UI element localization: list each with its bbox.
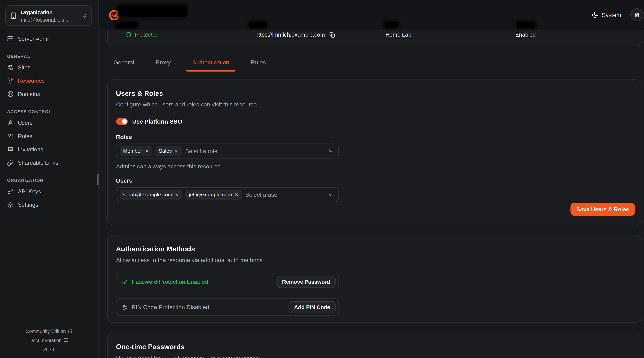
- tab-content: Users & Roles Configure which users and …: [107, 71, 642, 358]
- sidebar-item-label: Domains: [18, 91, 40, 97]
- sidebar-item-api-keys[interactable]: API Keys: [3, 185, 95, 198]
- sidebar-section-general: GENERAL: [7, 54, 91, 59]
- pin-status: PIN Code Protection Disabled: [122, 304, 209, 310]
- theme-label: System: [602, 12, 621, 18]
- user-chip: jeff@example.com: [186, 190, 242, 200]
- role-chip: Sales: [156, 146, 182, 156]
- admins-note: Admins can always access this resource.: [116, 163, 633, 170]
- globe-icon: [7, 91, 14, 97]
- sidebar-item-label: Sites: [18, 64, 30, 71]
- add-pin-code-button[interactable]: Add PIN Code: [289, 301, 336, 313]
- documentation-link[interactable]: Documentation: [0, 336, 98, 345]
- sidebar-item-users[interactable]: Users: [3, 117, 95, 129]
- sidebar-item-settings[interactable]: Settings: [3, 198, 95, 211]
- redacted-label-site: [384, 22, 398, 28]
- redacted-label-status: [116, 22, 138, 28]
- remove-chip-icon[interactable]: [175, 193, 179, 197]
- book-open-icon: [64, 338, 69, 343]
- password-status: Password Protection Enabled: [122, 278, 208, 285]
- redacted-label-url: [250, 22, 266, 28]
- user-icon: [7, 120, 14, 126]
- sidebar-section-organization: ORGANIZATION: [7, 178, 91, 183]
- platform-sso-toggle[interactable]: [116, 118, 128, 125]
- resource-enabled: Enabled: [515, 32, 536, 38]
- tab-general[interactable]: General: [107, 55, 140, 72]
- server-icon: [7, 35, 14, 42]
- protection-status: Protected: [126, 32, 159, 38]
- tab-authentication[interactable]: Authentication: [186, 55, 236, 72]
- resource-url: https://immich.example.com: [255, 32, 335, 38]
- card-subtitle: Allow access to the resource via additio…: [116, 257, 633, 263]
- roles-placeholder: Select a role: [185, 148, 325, 154]
- org-switcher-label: Organization: [21, 10, 52, 15]
- card-title: Authentication Methods: [116, 245, 633, 253]
- sidebar-item-shareable-links[interactable]: Shareable Links: [3, 156, 95, 169]
- roles-label: Roles: [116, 134, 633, 140]
- sidebar-nav: Server Admin GENERAL Sites: [0, 32, 98, 212]
- pin-protection-row: PIN Code Protection Disabled Add PIN Cod…: [116, 298, 339, 316]
- moon-icon: [592, 12, 598, 18]
- sidebar-item-invitations[interactable]: Invitations: [3, 143, 95, 156]
- sidebar-item-label: Users: [18, 120, 32, 126]
- users-select[interactable]: sarah@example.com jeff@example.com Selec…: [116, 187, 339, 202]
- theme-toggle[interactable]: System: [592, 12, 621, 18]
- resource-site: Home Lab: [386, 32, 412, 38]
- header-controls: System M: [592, 8, 643, 21]
- otp-card: One-time Passwords Require email-based a…: [107, 333, 642, 358]
- users-label: Users: [116, 177, 633, 184]
- sso-row: Use Platform SSO: [116, 118, 633, 125]
- chevron-down-icon: [328, 192, 334, 197]
- sidebar-item-roles[interactable]: Roles: [3, 130, 95, 142]
- sidebar-item-resources[interactable]: Resources: [3, 75, 95, 87]
- remove-chip-icon[interactable]: [174, 149, 178, 153]
- tab-proxy[interactable]: Proxy: [150, 55, 177, 72]
- remove-password-button[interactable]: Remove Password: [277, 276, 336, 288]
- key-icon: [122, 278, 128, 285]
- app-screen: Organization milo@fossorial.io's ... Ser…: [0, 0, 644, 358]
- card-subtitle: Require email-based authentication for r…: [116, 354, 633, 358]
- role-chip: Member: [120, 146, 152, 156]
- users-placeholder: Select a user: [245, 191, 325, 198]
- roles-select[interactable]: Member Sales Select a role: [116, 144, 339, 159]
- resource-info-banner: Protected https://immich.example.com Hom…: [107, 31, 642, 46]
- card-title: One-time Passwords: [116, 343, 633, 351]
- resources-icon: [7, 77, 14, 84]
- external-link-icon: [68, 329, 72, 333]
- ticket-check-icon: [7, 146, 14, 153]
- password-protection-row: Password Protection Enabled Remove Passw…: [116, 273, 339, 290]
- sidebar-item-label: Settings: [18, 202, 38, 208]
- card-subtitle: Configure which users and roles can visi…: [116, 101, 633, 108]
- auth-methods-card: Authentication Methods Allow access to t…: [107, 235, 642, 323]
- sidebar-item-server-admin[interactable]: Server Admin: [3, 33, 95, 45]
- copy-icon[interactable]: [330, 32, 335, 38]
- user-chip: sarah@example.com: [120, 190, 182, 200]
- save-users-roles-button[interactable]: Save Users & Roles: [570, 203, 635, 216]
- sites-icon: [7, 64, 14, 71]
- chevrons-up-down-icon: [82, 13, 87, 18]
- sidebar-section-access-control: ACCESS CONTROL: [7, 109, 91, 114]
- sidebar-item-sites[interactable]: Sites: [3, 61, 95, 74]
- chevron-down-icon: [328, 148, 334, 154]
- sidebar-item-domains[interactable]: Domains: [3, 88, 95, 100]
- users-roles-card: Users & Roles Configure which users and …: [107, 80, 642, 225]
- gear-icon: [7, 201, 14, 208]
- sidebar-item-label: Roles: [18, 133, 32, 139]
- users-icon: [7, 133, 14, 139]
- remove-chip-icon[interactable]: [145, 149, 149, 153]
- card-title: Users & Roles: [116, 89, 633, 97]
- tab-rules[interactable]: Rules: [244, 55, 272, 72]
- app-version: v1.7.0: [0, 345, 98, 354]
- org-switcher[interactable]: Organization milo@fossorial.io's ...: [6, 6, 92, 26]
- shield-check-icon: [126, 32, 132, 38]
- redacted-label-enabled: [517, 22, 535, 28]
- sidebar: Organization milo@fossorial.io's ... Ser…: [0, 0, 98, 358]
- link-icon: [7, 159, 14, 166]
- remove-chip-icon[interactable]: [234, 193, 238, 197]
- community-edition-link[interactable]: Community Edition: [0, 326, 98, 336]
- redacted-resource-title: [118, 6, 187, 17]
- sidebar-item-label: Shareable Links: [18, 160, 58, 166]
- sidebar-scrollbar[interactable]: [97, 174, 98, 185]
- sso-label: Use Platform SSO: [132, 118, 182, 125]
- org-switcher-value: milo@fossorial.io's ...: [21, 17, 70, 23]
- avatar[interactable]: M: [630, 8, 643, 21]
